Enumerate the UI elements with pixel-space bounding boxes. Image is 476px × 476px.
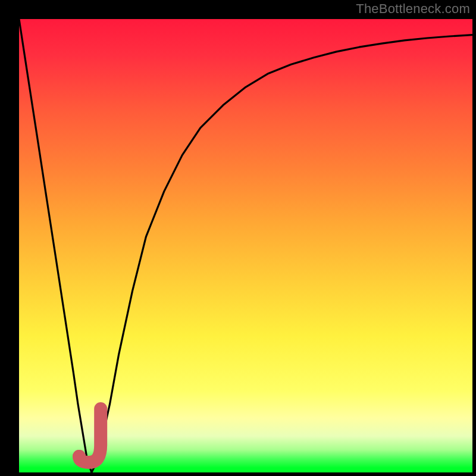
- attribution-text: TheBottleneck.com: [356, 1, 470, 17]
- chart-frame: TheBottleneck.com: [0, 0, 476, 476]
- bottleneck-curve: [19, 19, 472, 472]
- curve-svg: [19, 19, 472, 472]
- optimal-marker-dot: [73, 450, 86, 463]
- plot-area: [19, 19, 472, 472]
